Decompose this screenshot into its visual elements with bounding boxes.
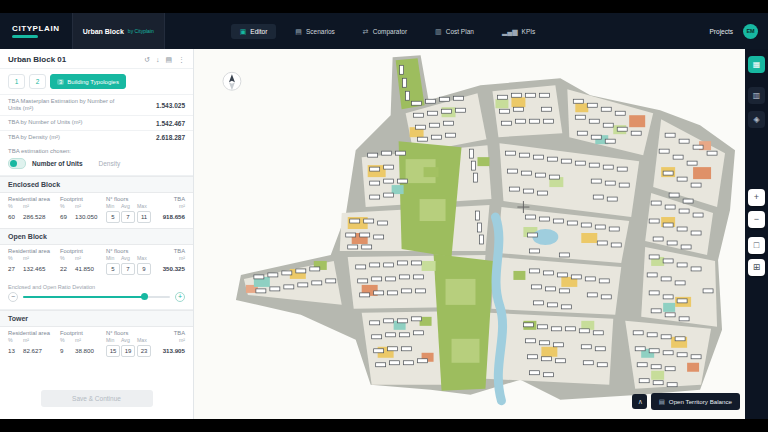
cell-fp-m2: 38.800 xyxy=(75,347,106,354)
section-open-block[interactable]: Open Block xyxy=(0,228,193,245)
cost-plan-icon: ▥ xyxy=(435,28,442,35)
cell-tba: 918.656 xyxy=(153,213,185,220)
floors-min-input[interactable]: 15 xyxy=(106,345,120,357)
step-tabs: 1 2 3 Building Typologies xyxy=(0,69,193,94)
toggle-units-label[interactable]: Number of Units xyxy=(32,160,83,167)
minus-icon: − xyxy=(754,215,759,224)
workspace-tab[interactable]: Urban Block by Cityplain xyxy=(72,13,165,49)
cell-res-pct: 60 xyxy=(8,213,23,220)
territory-icon: ▤ xyxy=(659,398,665,406)
panel-icon: ▦ xyxy=(753,61,761,69)
units-density-toggle[interactable] xyxy=(8,158,26,169)
ratio-deviation-slider-row: − + xyxy=(0,291,193,310)
zoom-out-button[interactable]: − xyxy=(748,211,765,228)
nav-item-comparator[interactable]: ⇄ Comparator xyxy=(354,24,416,39)
left-panel: Urban Block 01 ↺ ↓ ▤ ⋮ 1 2 3 Building Ty… xyxy=(0,49,194,419)
table-header-enclosed: Residential area Footprint N° floors TBA xyxy=(0,193,193,202)
kpis-icon: ▂▄▆ xyxy=(502,28,518,35)
floors-max-input[interactable]: 9 xyxy=(137,263,151,275)
nav-label-comparator: Comparator xyxy=(373,28,407,35)
cell-tba: 313.905 xyxy=(153,347,185,354)
grid-icon[interactable]: ▤ xyxy=(165,56,172,64)
brand-logo[interactable]: CITYPLAIN xyxy=(0,24,72,38)
floors-avg-input[interactable]: 7 xyxy=(121,263,135,275)
map-canvas[interactable] xyxy=(194,49,745,419)
tba-chosen-label: TBA estimation chosen: xyxy=(0,144,193,156)
floors-min-input[interactable]: 5 xyxy=(106,211,120,223)
table-header-open: Residential area Footprint N° floors TBA xyxy=(0,245,193,254)
styles-button[interactable]: ◈ xyxy=(748,111,765,128)
toggle-density-label[interactable]: Density xyxy=(99,160,121,167)
compass-icon[interactable] xyxy=(223,72,241,90)
estimation-label: TBA by Number of Units (m²) xyxy=(8,119,82,126)
estimation-row: TBA Masterplan Estimation by Number of U… xyxy=(0,94,193,115)
estimation-toggle-row: Number of Units Density xyxy=(0,156,193,176)
nav-item-scenarios[interactable]: ▤ Scenarios xyxy=(286,24,344,39)
table-subheader-enclosed: %m² %m² MinAvgMax m² xyxy=(0,202,193,209)
open-territory-balance-button[interactable]: ▤ Open Territory Balance xyxy=(651,393,740,410)
estimation-value: 1.542.467 xyxy=(156,120,185,127)
panel-title: Urban Block 01 xyxy=(8,55,66,64)
table-row-enclosed: 60 286.528 69 130.050 5 7 11 918.656 xyxy=(0,209,193,228)
cards-icon: ▥ xyxy=(753,92,761,100)
reset-view-icon: □ xyxy=(754,241,759,250)
floors-max-input[interactable]: 11 xyxy=(137,211,151,223)
cell-res-m2: 132.465 xyxy=(23,265,60,272)
cell-fp-pct: 9 xyxy=(60,347,75,354)
nav-label-kpis: KPIs xyxy=(522,28,536,35)
nav-item-cost-plan[interactable]: ▥ Cost Plan xyxy=(426,24,483,39)
nav-label-scenarios: Scenarios xyxy=(306,28,335,35)
brand-tagline xyxy=(12,35,38,38)
step-3-tab[interactable]: 3 Building Typologies xyxy=(50,74,126,89)
cell-tba: 350.325 xyxy=(153,265,185,272)
zoom-in-button[interactable]: + xyxy=(748,189,765,206)
brand-name: CITYPLAIN xyxy=(12,24,60,33)
cell-fp-pct: 69 xyxy=(60,213,75,220)
table-row-tower: 13 82.627 9 38.800 15 19 23 313.905 xyxy=(0,343,193,362)
estimation-label: TBA Masterplan Estimation by Number of U… xyxy=(8,98,126,112)
increase-button[interactable]: + xyxy=(175,292,185,302)
decrease-button[interactable]: − xyxy=(8,292,18,302)
download-icon[interactable]: ↓ xyxy=(156,56,160,64)
top-navbar: CITYPLAIN Urban Block by Cityplain ▣ Edi… xyxy=(0,13,768,49)
estimation-value: 2.618.287 xyxy=(156,134,185,141)
user-avatar[interactable]: EM xyxy=(743,24,758,39)
section-tower[interactable]: Tower xyxy=(0,310,193,327)
diamond-icon: ◈ xyxy=(753,116,759,124)
floors-avg-input[interactable]: 7 xyxy=(121,211,135,223)
scenarios-icon: ▤ xyxy=(295,28,302,35)
cards-button[interactable]: ▥ xyxy=(748,87,765,104)
history-icon[interactable]: ↺ xyxy=(144,56,150,64)
cell-fp-m2: 130.050 xyxy=(75,213,106,220)
estimation-row: TBA by Density (m²) 2.618.287 xyxy=(0,130,193,144)
chevron-up-icon: ∧ xyxy=(638,398,643,405)
table-subheader-open: %m² %m² MinAvgMax m² xyxy=(0,254,193,261)
save-continue-button[interactable]: Save & Continue xyxy=(41,390,153,407)
nav-label-editor: Editor xyxy=(250,28,267,35)
comparator-icon: ⇄ xyxy=(363,28,369,35)
floors-max-input[interactable]: 23 xyxy=(137,345,151,357)
reset-view-button[interactable]: □ xyxy=(748,237,765,254)
collapse-panel-button[interactable]: ∧ xyxy=(632,394,647,409)
ratio-deviation-slider[interactable] xyxy=(23,296,170,298)
editor-icon: ▣ xyxy=(240,28,247,35)
projects-link[interactable]: Projects xyxy=(710,28,733,35)
nav-item-editor[interactable]: ▣ Editor xyxy=(231,24,277,39)
tiles-button[interactable]: ⊞ xyxy=(748,259,765,276)
territory-label: Open Territory Balance xyxy=(669,398,732,405)
nav-label-cost-plan: Cost Plan xyxy=(446,28,474,35)
panels-button[interactable]: ▦ xyxy=(748,56,765,73)
table-row-open: 27 132.465 22 41.850 5 7 9 350.325 xyxy=(0,261,193,280)
floors-min-input[interactable]: 5 xyxy=(106,263,120,275)
section-enclosed-block[interactable]: Enclosed Block xyxy=(0,176,193,193)
estimation-row: TBA by Number of Units (m²) 1.542.467 xyxy=(0,115,193,129)
nav-item-kpis[interactable]: ▂▄▆ KPIs xyxy=(493,24,544,39)
right-toolbar: ▦ ▥ ◈ + − □ ⊞ xyxy=(745,49,768,419)
more-icon[interactable]: ⋮ xyxy=(178,56,185,64)
cell-res-pct: 27 xyxy=(8,265,23,272)
floors-avg-input[interactable]: 19 xyxy=(121,345,135,357)
step-2-tab[interactable]: 2 xyxy=(29,74,46,89)
tiles-icon: ⊞ xyxy=(753,263,761,272)
step-1-tab[interactable]: 1 xyxy=(8,74,25,89)
workspace-title: Urban Block xyxy=(83,28,124,35)
